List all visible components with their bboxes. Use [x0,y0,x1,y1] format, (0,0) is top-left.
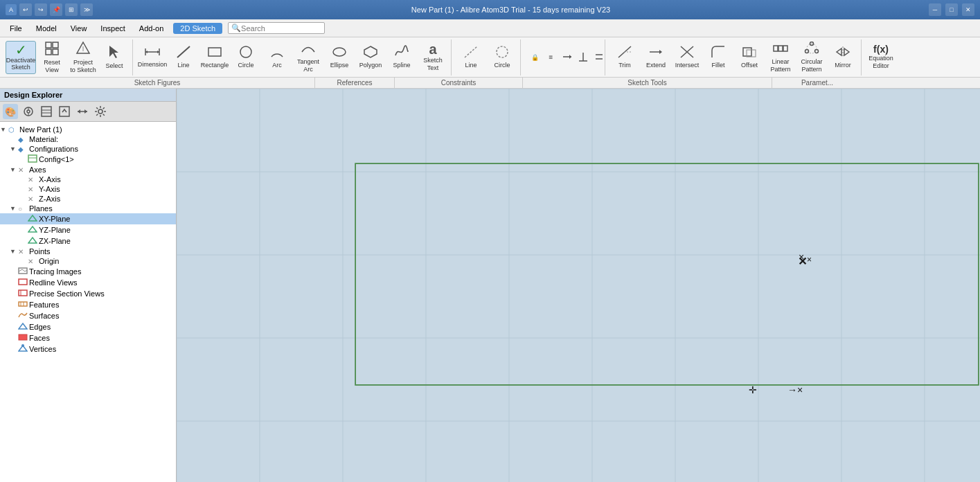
tree-item-19[interactable]: Edges [0,321,176,332]
tangent-arc-icon [301,42,316,57]
canvas-area[interactable]: ✛ ✕ × →× [177,89,980,482]
menu-file[interactable]: File [3,23,29,34]
dimension-icon [145,46,160,60]
maximize-button[interactable]: □ [945,3,958,16]
tree-item-21[interactable]: Vertices [0,343,176,355]
tree-item-10[interactable]: YZ-Plane [0,224,176,235]
spline-button[interactable]: Spline [386,41,417,74]
cross-mark-endpoint1: ✕ [798,255,807,268]
dimension-button[interactable]: Dimension [137,41,168,74]
trim-button[interactable]: Trim [609,41,640,74]
fillet-label: Fillet [711,62,724,69]
reset-view-button[interactable]: ResetView [37,41,67,74]
minimize-button[interactable]: ─ [929,3,941,16]
fillet-button[interactable]: Fillet [703,41,733,74]
tree-item-16[interactable]: Precise Section Views [0,288,176,299]
sketch-text-button[interactable]: a SketchText [418,41,448,74]
tree-item-label: Faces [29,334,50,342]
copy-button[interactable]: ⊞ [65,3,78,16]
tree-icon [18,289,29,298]
tree-item-11[interactable]: ZX-Plane [0,235,176,247]
tree-item-4[interactable]: ▼✕Axes [0,165,176,175]
ellipse-button[interactable]: Ellipse [324,41,355,74]
svg-marker-82 [19,323,27,329]
redo-button[interactable]: ↪ [35,3,47,16]
tree-item-14[interactable]: Tracing Images [0,266,176,277]
rectangle-button[interactable]: Rectangle [199,41,230,74]
circle-icon [238,45,253,61]
svg-rect-77 [19,290,27,296]
references-section-label: References [315,78,395,88]
polygon-label: Polygon [359,62,382,69]
sketch-control-group: ✓ DeactivateSketch ResetView Projectto S… [3,39,133,75]
tab-2dsketch[interactable]: 2D Sketch [173,23,222,34]
ref-circle-button[interactable]: Circle [487,41,517,74]
tree-item-2[interactable]: ▼◆Configurations [0,144,176,154]
polygon-button[interactable]: Polygon [355,41,386,74]
undo-button[interactable]: ↩ [19,3,32,16]
svg-rect-1 [53,42,58,48]
tree-item-1[interactable]: ◆Material: [0,134,176,144]
svg-marker-40 [659,50,662,54]
circle-button[interactable]: Circle [231,41,261,74]
svg-marker-65 [84,109,87,114]
tree-item-18[interactable]: Surfaces [0,310,176,321]
sidebar-list-button[interactable] [39,104,54,119]
pin-button[interactable]: 📌 [50,3,62,16]
tree-item-15[interactable]: Redline Views [0,277,176,288]
svg-point-85 [21,344,24,347]
menu-addon[interactable]: Add-on [132,23,170,34]
mirror-button[interactable]: Mirror [828,41,858,74]
tree-item-6[interactable]: ✕Y-Axis [0,184,176,194]
project-icon [75,41,91,58]
references-group: Line Circle [453,39,521,75]
deactivate-sketch-button[interactable]: ✓ DeactivateSketch [6,41,36,74]
tree-item-label: Surfaces [29,312,59,320]
project-to-sketch-button[interactable]: Projectto Sketch [68,41,98,74]
tree-item-5[interactable]: ✕X-Axis [0,175,176,184]
svg-rect-76 [19,279,27,285]
dimension-label: Dimension [138,61,168,69]
tree-item-20[interactable]: Faces [0,332,176,343]
offset-button[interactable]: Offset [734,41,765,74]
tangent-arc-button[interactable]: TangentArc [293,41,323,74]
svg-marker-6 [109,46,118,58]
sidebar-link-button[interactable] [21,104,36,119]
sidebar-arrows-button[interactable] [75,104,90,119]
tree-item-12[interactable]: ▼✕Points [0,247,176,256]
intersect-button[interactable]: Intersect [672,41,702,74]
circular-pattern-button[interactable]: CircularPattern [796,41,827,74]
equation-editor-button[interactable]: f(x) EquationEditor [866,41,896,74]
tree-item-8[interactable]: ▼○Planes [0,204,176,213]
menu-view[interactable]: View [64,23,94,34]
linear-pattern-button[interactable]: LinearPattern [765,41,796,74]
extend-button[interactable]: Extend [641,41,671,74]
lock-icon: 🔒 [531,54,539,61]
select-button[interactable]: Select [99,41,130,74]
search-input[interactable] [241,24,324,33]
sidebar-export-button[interactable] [57,104,72,119]
search-box[interactable]: 🔍 [228,22,325,34]
tree-item-9[interactable]: XY-Plane [0,213,176,224]
menu-model[interactable]: Model [29,23,64,34]
ref-line-button[interactable]: Line [456,41,486,74]
sidebar-color-button[interactable]: 🎨 [3,104,18,119]
tree-item-label: Origin [39,257,59,265]
arc-button[interactable]: Arc [262,41,292,74]
close-button[interactable]: ✕ [962,3,974,16]
tangent-arc-label: TangentArc [297,58,319,73]
more-button[interactable]: ≫ [80,3,93,16]
menu-inspect[interactable]: Inspect [93,23,132,34]
tree-item-label: YZ-Plane [39,226,71,234]
tree-item-0[interactable]: ▼⬡New Part (1) [0,125,176,134]
line-button[interactable]: Line [168,41,199,74]
tree-item-label: Material: [29,135,58,143]
tree-expander: ▼ [10,166,18,173]
svg-rect-2 [46,49,51,55]
sidebar-settings-button[interactable] [93,104,108,119]
tree-item-3[interactable]: Config<1> [0,154,176,165]
tree-item-7[interactable]: ✕Z-Axis [0,194,176,204]
tree-item-17[interactable]: Features [0,299,176,310]
offset-label: Offset [741,62,758,69]
tree-item-13[interactable]: ✕Origin [0,256,176,266]
